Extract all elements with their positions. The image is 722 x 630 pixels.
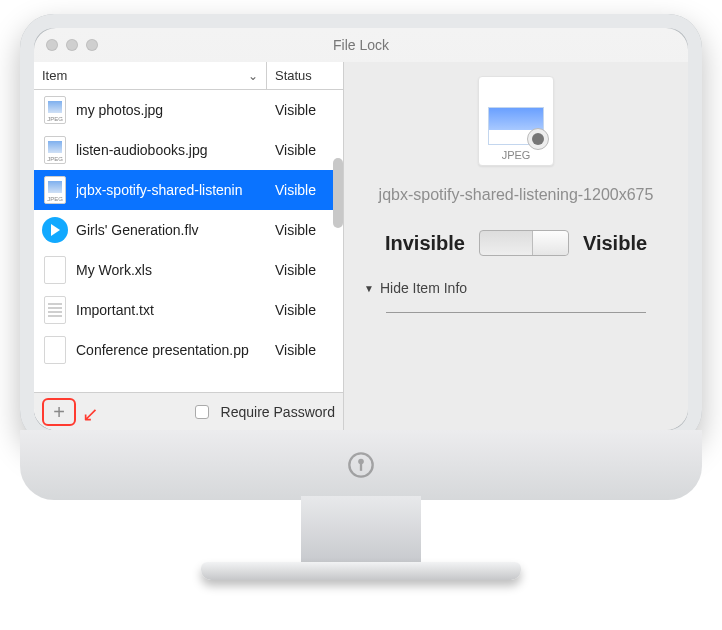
file-preview-icon: JPEG: [478, 76, 554, 166]
file-name-cell: listen-audiobooks.jpg: [76, 142, 267, 158]
table-row[interactable]: My Work.xlsVisible: [34, 250, 343, 290]
file-type-icon: [42, 215, 68, 245]
file-status-cell: Visible: [267, 182, 343, 198]
table-row[interactable]: Girls' Generation.flvVisible: [34, 210, 343, 250]
table-row[interactable]: JPEGlisten-audiobooks.jpgVisible: [34, 130, 343, 170]
require-password-label: Require Password: [221, 404, 335, 420]
brand-logo-icon: [347, 451, 375, 479]
file-list: JPEGmy photos.jpgVisibleJPEGlisten-audio…: [34, 90, 343, 392]
detail-panel: JPEG jqbx-spotify-shared-listening-1200x…: [344, 62, 688, 430]
file-type-icon: [42, 255, 68, 285]
window-title: File Lock: [34, 37, 688, 53]
disclosure-label: Hide Item Info: [380, 280, 467, 296]
require-password-checkbox[interactable]: [195, 405, 209, 419]
visibility-toggle[interactable]: [479, 230, 569, 256]
app-window: File Lock Item ⌄ Status: [34, 28, 688, 430]
column-header-status-label: Status: [275, 68, 312, 83]
file-status-cell: Visible: [267, 342, 343, 358]
disclosure-triangle-icon: ▼: [364, 283, 374, 294]
sort-chevron-icon: ⌄: [248, 69, 258, 83]
file-type-icon: JPEG: [42, 95, 68, 125]
imac-base: [201, 562, 521, 580]
file-status-cell: Visible: [267, 262, 343, 278]
preview-thumb: [488, 107, 544, 145]
file-type-label: JPEG: [502, 149, 531, 161]
table-row[interactable]: JPEGjqbx-spotify-shared-listeninVisible: [34, 170, 343, 210]
file-type-icon: [42, 295, 68, 325]
toggle-label-invisible: Invisible: [385, 232, 465, 255]
imac-chin: [20, 430, 702, 500]
traffic-lights: [46, 39, 98, 51]
column-header-item-label: Item: [42, 68, 67, 83]
imac-stand: [301, 496, 421, 562]
file-list-panel: Item ⌄ Status JPEGmy photos.jpgVisibleJP…: [34, 62, 344, 430]
toggle-label-visible: Visible: [583, 232, 647, 255]
table-row[interactable]: Conference presentation.ppVisible: [34, 330, 343, 370]
column-header-status[interactable]: Status: [267, 62, 343, 89]
file-name-cell: Girls' Generation.flv: [76, 222, 267, 238]
list-footer: + ↙ Require Password: [34, 392, 343, 430]
file-name: jqbx-spotify-shared-listening-1200x675: [364, 186, 668, 204]
toggle-knob: [532, 231, 568, 255]
add-button[interactable]: +: [42, 398, 76, 426]
file-name-cell: Important.txt: [76, 302, 267, 318]
svg-point-1: [358, 459, 364, 465]
file-status-cell: Visible: [267, 142, 343, 158]
file-status-cell: Visible: [267, 102, 343, 118]
file-status-cell: Visible: [267, 302, 343, 318]
table-row[interactable]: Important.txtVisible: [34, 290, 343, 330]
detail-divider: [386, 312, 646, 313]
zoom-dot[interactable]: [86, 39, 98, 51]
file-status-cell: Visible: [267, 222, 343, 238]
minimize-dot[interactable]: [66, 39, 78, 51]
file-name-cell: Conference presentation.pp: [76, 342, 267, 358]
column-header-item[interactable]: Item ⌄: [34, 62, 267, 89]
preview-lens-icon: [527, 128, 549, 150]
titlebar: File Lock: [34, 28, 688, 62]
file-name-cell: jqbx-spotify-shared-listenin: [76, 182, 267, 198]
file-name-cell: My Work.xls: [76, 262, 267, 278]
scrollbar[interactable]: [333, 158, 343, 228]
close-dot[interactable]: [46, 39, 58, 51]
annotation-arrow-icon: ↙: [82, 402, 99, 426]
svg-rect-2: [360, 464, 362, 471]
screen-bezel: File Lock Item ⌄ Status: [20, 14, 702, 444]
table-row[interactable]: JPEGmy photos.jpgVisible: [34, 90, 343, 130]
column-headers: Item ⌄ Status: [34, 62, 343, 90]
file-type-icon: JPEG: [42, 135, 68, 165]
file-type-icon: [42, 335, 68, 365]
file-name-cell: my photos.jpg: [76, 102, 267, 118]
hide-item-info-disclosure[interactable]: ▼ Hide Item Info: [364, 280, 467, 296]
visibility-toggle-row: Invisible Visible: [385, 230, 647, 256]
file-type-icon: JPEG: [42, 175, 68, 205]
imac-frame: File Lock Item ⌄ Status: [20, 14, 702, 580]
